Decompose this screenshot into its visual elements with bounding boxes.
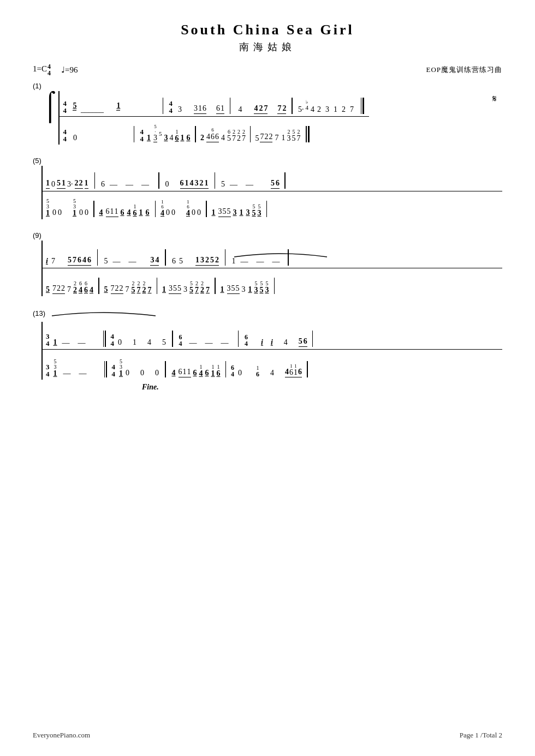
meta-row: 1=C44 ♩=96 EOP魔鬼训练营练习曲 <box>33 63 502 76</box>
treble-staff-9: i 7 5 7 6 4 6 5 — — <box>43 241 502 268</box>
section-1-label: (1) <box>33 82 502 90</box>
source-label: EOP魔鬼训练营练习曲 <box>426 65 502 75</box>
section-13-label: (13) <box>33 309 45 317</box>
title-chinese: 南海姑娘 <box>33 40 502 53</box>
section-5-label: (5) <box>33 157 502 165</box>
bass-staff-9: 5 7 2 2 7 2 2 6 4 <box>43 268 502 296</box>
bass-staff-13: 34 5 3 1 — — 44 5 3 <box>43 349 502 380</box>
treble-staff-5: 1 0 5 1 3· 2 2 1 6 — — <box>43 166 502 191</box>
tempo: ♩=96 <box>61 65 78 75</box>
title-english: South China Sea Girl <box>33 22 502 38</box>
meta-left: 1=C44 ♩=96 <box>33 63 78 76</box>
repeat-sign: 𝄋 <box>492 93 497 105</box>
section-9-label: (9) <box>33 231 502 239</box>
footer-right: Page 1 /Total 2 <box>460 731 502 740</box>
section-1: (1) ⌠ 44 5 ______ 1 <box>33 82 502 145</box>
section-13: (13) 34 1 — — 44 0 <box>33 308 502 392</box>
bass-staff-1: 44 0 44 1 5 · 3 5 <box>60 116 369 145</box>
key-signature: 1=C44 <box>33 63 51 76</box>
treble-staff-13: 34 1 — — 44 0 1 4 5 <box>43 322 502 349</box>
section-5: (5) 1 0 5 1 3· 2 2 <box>33 157 502 219</box>
title-section: South China Sea Girl 南海姑娘 <box>33 22 502 53</box>
treble-staff-1: 44 5 ______ 1 44 3 3 1 <box>60 91 369 116</box>
fine-marking: Fine. <box>142 382 502 392</box>
section-9: (9) i 7 5 7 6 4 6 <box>33 231 502 296</box>
footer: EveryonePiano.com Page 1 /Total 2 <box>33 731 502 740</box>
bass-staff-5: 5 3 1 0 0 5 3 1 0 0 4 <box>43 191 502 219</box>
footer-left: EveryonePiano.com <box>33 731 90 740</box>
